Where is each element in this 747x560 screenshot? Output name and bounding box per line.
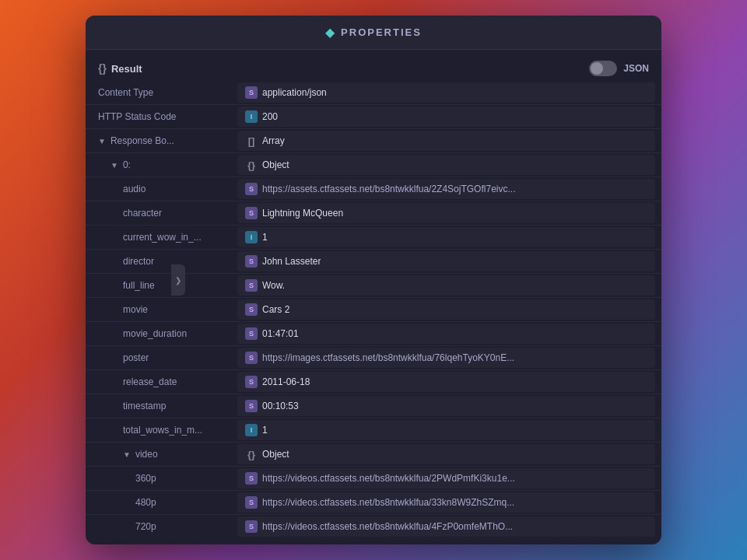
table-row: timestampS00:10:53 — [86, 394, 661, 418]
key-text: 360p — [135, 473, 156, 484]
table-row: HTTP Status CodeI200 — [86, 105, 661, 129]
key-text: timestamp — [123, 401, 166, 411]
result-label: {} Result — [98, 62, 142, 75]
key-cell: full_line — [86, 276, 237, 295]
value-cell: S00:10:53 — [237, 396, 655, 416]
table-row: release_dateS2011-06-18 — [86, 370, 661, 394]
key-cell: 480p — [86, 493, 237, 512]
value-text: Object — [262, 159, 289, 170]
value-cell: S2011-06-18 — [237, 372, 655, 392]
type-badge-string: S — [245, 207, 258, 219]
key-cell: director — [86, 252, 237, 271]
type-badge-string: S — [245, 496, 258, 509]
value-text: https://videos.ctfassets.net/bs8ntwkklfu… — [262, 497, 514, 508]
key-text: total_wows_in_m... — [123, 425, 202, 436]
left-tab-icon: ❯ — [175, 276, 181, 285]
value-cell: SCars 2 — [237, 299, 655, 320]
key-cell: current_wow_in_... — [86, 228, 237, 247]
result-text: Result — [111, 63, 142, 75]
type-badge-string: S — [245, 303, 258, 316]
value-cell: SWow. — [237, 275, 655, 296]
table-row: audioShttps://assets.ctfassets.net/bs8nt… — [86, 177, 661, 201]
value-text: https://videos.ctfassets.net/bs8ntwkklfu… — [262, 521, 513, 532]
type-badge-string: S — [245, 376, 258, 388]
key-cell: release_date — [86, 373, 237, 391]
table-row: characterSLightning McQueen — [86, 201, 661, 226]
key-cell: Content Type — [86, 83, 237, 102]
toggle-switch[interactable] — [589, 61, 617, 76]
table-row: current_wow_in_...I1 — [86, 226, 661, 250]
value-text: 01:47:01 — [262, 328, 299, 339]
table-row: movieSCars 2 — [86, 298, 661, 322]
value-text: 200 — [262, 111, 278, 122]
key-text: full_line — [123, 280, 155, 291]
type-badge-string: S — [245, 400, 258, 412]
value-text: https://videos.ctfassets.net/bs8ntwkklfu… — [262, 473, 515, 484]
table-row: posterShttps://images.ctfassets.net/bs8n… — [86, 346, 661, 370]
key-cell: total_wows_in_m... — [86, 421, 237, 439]
left-tab[interactable]: ❯ — [171, 264, 185, 296]
type-badge-string: S — [245, 255, 258, 268]
value-cell: S01:47:01 — [237, 324, 655, 344]
key-text: 480p — [135, 497, 156, 508]
value-cell: I1 — [237, 420, 655, 440]
table-row: ▼Response Bo...[]Array — [86, 129, 661, 153]
value-cell: I200 — [237, 107, 655, 127]
value-cell: Sapplication/json — [237, 82, 655, 103]
value-cell: SJohn Lasseter — [237, 251, 655, 271]
type-badge-string: S — [245, 520, 258, 533]
value-cell: Shttps://assets.ctfassets.net/bs8ntwkklf… — [237, 179, 655, 199]
value-text: https://images.ctfassets.net/bs8ntwkklfu… — [262, 352, 514, 363]
value-text: Lightning McQueen — [262, 208, 343, 219]
chevron-icon[interactable]: ▼ — [98, 137, 106, 145]
key-cell: 720p — [86, 517, 237, 536]
data-table: Content TypeSapplication/jsonHTTP Status… — [86, 81, 661, 538]
key-text: character — [123, 208, 162, 219]
table-row: total_wows_in_m...I1 — [86, 418, 661, 443]
key-text: audio — [123, 184, 146, 194]
json-toggle[interactable]: JSON — [589, 61, 649, 76]
table-row: Content TypeSapplication/json — [86, 81, 661, 105]
key-cell: character — [86, 204, 237, 222]
type-badge-string: S — [245, 472, 258, 485]
value-cell: Shttps://videos.ctfassets.net/bs8ntwkklf… — [237, 516, 655, 537]
value-cell: I1 — [237, 227, 655, 247]
value-cell: {}Object — [237, 155, 655, 175]
type-badge-object: {} — [245, 448, 258, 460]
json-label: JSON — [623, 63, 649, 74]
panel-header: ◆ PROPERTIES — [86, 16, 661, 50]
value-text: application/json — [262, 87, 327, 98]
key-text: 720p — [135, 521, 156, 532]
chevron-icon[interactable]: ▼ — [110, 161, 118, 170]
result-header: {} Result JSON — [86, 56, 661, 81]
value-cell: Shttps://videos.ctfassets.net/bs8ntwkklf… — [237, 492, 655, 513]
key-text: 0: — [123, 159, 131, 170]
value-text: John Lasseter — [262, 256, 321, 267]
key-text: HTTP Status Code — [98, 111, 177, 122]
value-text: Object — [262, 449, 289, 460]
key-text: poster — [123, 352, 149, 363]
type-badge-int: I — [245, 231, 258, 243]
value-cell: Shttps://images.ctfassets.net/bs8ntwkklf… — [237, 348, 655, 368]
key-cell: timestamp — [86, 397, 237, 415]
type-badge-string: S — [245, 183, 258, 195]
value-text: 2011-06-18 — [262, 376, 310, 387]
key-cell: poster — [86, 348, 237, 367]
key-cell: ▼Response Bo... — [86, 131, 237, 150]
key-text: current_wow_in_... — [123, 232, 202, 243]
type-badge-int: I — [245, 110, 258, 123]
key-cell: ▼video — [86, 445, 237, 464]
key-text: video — [135, 449, 158, 460]
key-cell: movie_duration — [86, 324, 237, 343]
chevron-icon[interactable]: ▼ — [123, 450, 131, 459]
braces-icon: {} — [98, 62, 107, 75]
type-badge-object: {} — [245, 159, 258, 171]
table-row: 360pShttps://videos.ctfassets.net/bs8ntw… — [86, 467, 661, 491]
value-text: Wow. — [262, 280, 285, 291]
value-text: Cars 2 — [262, 304, 289, 315]
key-cell: 360p — [86, 469, 237, 488]
type-badge-int: I — [245, 424, 258, 436]
value-text: Array — [262, 135, 285, 146]
key-cell: ▼0: — [86, 156, 237, 174]
table-row: 720pShttps://videos.ctfassets.net/bs8ntw… — [86, 515, 661, 538]
